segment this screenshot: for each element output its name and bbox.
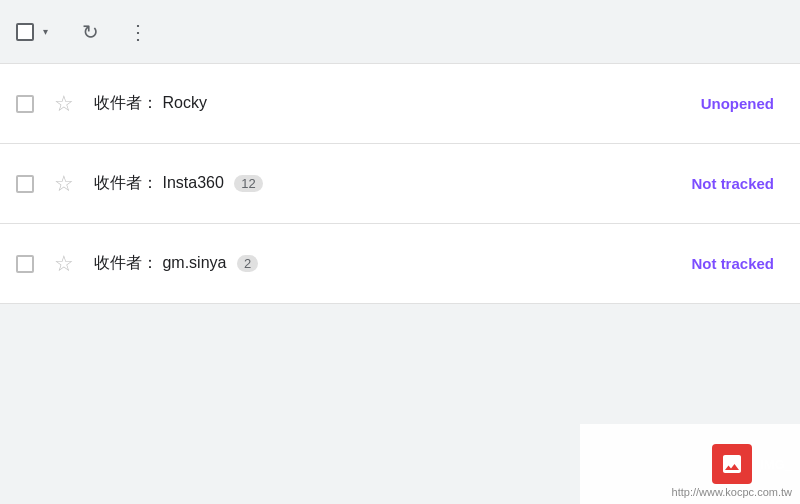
star-icon-3[interactable]: ☆: [54, 251, 74, 277]
toolbar: ▾ ↻ ⋮: [0, 0, 800, 64]
refresh-button[interactable]: ↻: [78, 20, 102, 44]
email-checkbox-2[interactable]: [16, 175, 34, 193]
email-subject-3: 收件者： gm.sinya 2: [94, 253, 665, 274]
status-badge-3: Not tracked: [681, 251, 784, 276]
table-row[interactable]: ☆ 收件者： Rocky Unopened: [0, 64, 800, 144]
img-badge: [712, 444, 752, 484]
table-row[interactable]: ☆ 收件者： gm.sinya 2 Not tracked: [0, 224, 800, 304]
select-all-checkbox[interactable]: [16, 23, 34, 41]
star-icon-2[interactable]: ☆: [54, 171, 74, 197]
more-options-button[interactable]: ⋮: [126, 20, 150, 44]
select-dropdown-arrow[interactable]: ▾: [36, 23, 54, 41]
select-all-group: ▾: [16, 23, 54, 41]
email-checkbox-1[interactable]: [16, 95, 34, 113]
email-subject-2: 收件者： Insta360 12: [94, 173, 665, 194]
status-badge-2: Not tracked: [681, 171, 784, 196]
image-icon: [720, 452, 744, 476]
status-badge-1: Unopened: [691, 91, 784, 116]
email-badge-3: 2: [237, 255, 258, 272]
img-label-text: IMG_: [760, 457, 792, 472]
email-badge-2: 12: [234, 175, 262, 192]
email-checkbox-3[interactable]: [16, 255, 34, 273]
watermark-site-text: http://www.kocpc.com.tw: [672, 486, 792, 498]
email-list: ☆ 收件者： Rocky Unopened ☆ 收件者： Insta360 12…: [0, 64, 800, 304]
star-icon-1[interactable]: ☆: [54, 91, 74, 117]
table-row[interactable]: ☆ 收件者： Insta360 12 Not tracked: [0, 144, 800, 224]
email-subject-1: 收件者： Rocky: [94, 93, 675, 114]
